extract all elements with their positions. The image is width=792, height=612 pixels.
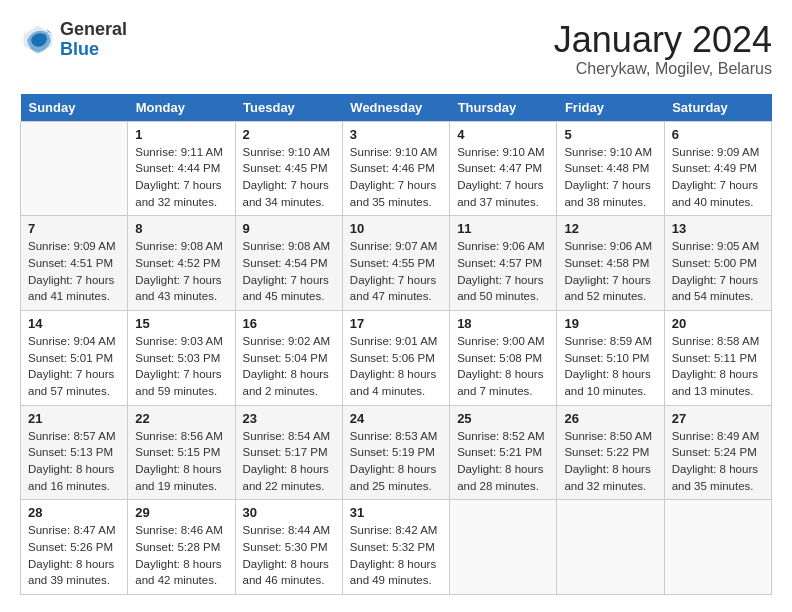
column-header-wednesday: Wednesday bbox=[342, 94, 449, 122]
day-info: Sunrise: 9:11 AM Sunset: 4:44 PM Dayligh… bbox=[135, 144, 227, 211]
day-cell: 15Sunrise: 9:03 AM Sunset: 5:03 PM Dayli… bbox=[128, 310, 235, 405]
day-info: Sunrise: 8:42 AM Sunset: 5:32 PM Dayligh… bbox=[350, 522, 442, 589]
day-cell: 28Sunrise: 8:47 AM Sunset: 5:26 PM Dayli… bbox=[21, 500, 128, 595]
week-row-4: 21Sunrise: 8:57 AM Sunset: 5:13 PM Dayli… bbox=[21, 405, 772, 500]
day-info: Sunrise: 9:06 AM Sunset: 4:58 PM Dayligh… bbox=[564, 238, 656, 305]
day-number: 28 bbox=[28, 505, 120, 520]
day-number: 18 bbox=[457, 316, 549, 331]
day-info: Sunrise: 9:02 AM Sunset: 5:04 PM Dayligh… bbox=[243, 333, 335, 400]
day-cell: 2Sunrise: 9:10 AM Sunset: 4:45 PM Daylig… bbox=[235, 121, 342, 216]
day-info: Sunrise: 9:08 AM Sunset: 4:54 PM Dayligh… bbox=[243, 238, 335, 305]
column-header-saturday: Saturday bbox=[664, 94, 771, 122]
column-header-friday: Friday bbox=[557, 94, 664, 122]
day-cell: 3Sunrise: 9:10 AM Sunset: 4:46 PM Daylig… bbox=[342, 121, 449, 216]
day-info: Sunrise: 8:57 AM Sunset: 5:13 PM Dayligh… bbox=[28, 428, 120, 495]
day-cell: 23Sunrise: 8:54 AM Sunset: 5:17 PM Dayli… bbox=[235, 405, 342, 500]
column-header-sunday: Sunday bbox=[21, 94, 128, 122]
day-info: Sunrise: 9:10 AM Sunset: 4:48 PM Dayligh… bbox=[564, 144, 656, 211]
day-number: 25 bbox=[457, 411, 549, 426]
day-cell: 30Sunrise: 8:44 AM Sunset: 5:30 PM Dayli… bbox=[235, 500, 342, 595]
week-row-3: 14Sunrise: 9:04 AM Sunset: 5:01 PM Dayli… bbox=[21, 310, 772, 405]
day-number: 29 bbox=[135, 505, 227, 520]
day-cell: 25Sunrise: 8:52 AM Sunset: 5:21 PM Dayli… bbox=[450, 405, 557, 500]
day-number: 20 bbox=[672, 316, 764, 331]
day-cell bbox=[664, 500, 771, 595]
day-cell: 1Sunrise: 9:11 AM Sunset: 4:44 PM Daylig… bbox=[128, 121, 235, 216]
day-cell: 5Sunrise: 9:10 AM Sunset: 4:48 PM Daylig… bbox=[557, 121, 664, 216]
day-number: 14 bbox=[28, 316, 120, 331]
day-number: 3 bbox=[350, 127, 442, 142]
week-row-2: 7Sunrise: 9:09 AM Sunset: 4:51 PM Daylig… bbox=[21, 216, 772, 311]
logo-text: General Blue bbox=[60, 20, 127, 60]
day-info: Sunrise: 8:53 AM Sunset: 5:19 PM Dayligh… bbox=[350, 428, 442, 495]
day-info: Sunrise: 9:04 AM Sunset: 5:01 PM Dayligh… bbox=[28, 333, 120, 400]
day-number: 4 bbox=[457, 127, 549, 142]
day-info: Sunrise: 9:05 AM Sunset: 5:00 PM Dayligh… bbox=[672, 238, 764, 305]
day-cell: 7Sunrise: 9:09 AM Sunset: 4:51 PM Daylig… bbox=[21, 216, 128, 311]
day-info: Sunrise: 9:01 AM Sunset: 5:06 PM Dayligh… bbox=[350, 333, 442, 400]
logo: General Blue bbox=[20, 20, 127, 60]
day-cell: 19Sunrise: 8:59 AM Sunset: 5:10 PM Dayli… bbox=[557, 310, 664, 405]
day-info: Sunrise: 8:54 AM Sunset: 5:17 PM Dayligh… bbox=[243, 428, 335, 495]
day-number: 7 bbox=[28, 221, 120, 236]
day-number: 12 bbox=[564, 221, 656, 236]
day-info: Sunrise: 8:56 AM Sunset: 5:15 PM Dayligh… bbox=[135, 428, 227, 495]
day-info: Sunrise: 9:10 AM Sunset: 4:47 PM Dayligh… bbox=[457, 144, 549, 211]
title-block: January 2024 Cherykaw, Mogilev, Belarus bbox=[554, 20, 772, 78]
day-info: Sunrise: 9:10 AM Sunset: 4:45 PM Dayligh… bbox=[243, 144, 335, 211]
column-header-tuesday: Tuesday bbox=[235, 94, 342, 122]
day-info: Sunrise: 8:59 AM Sunset: 5:10 PM Dayligh… bbox=[564, 333, 656, 400]
day-cell: 6Sunrise: 9:09 AM Sunset: 4:49 PM Daylig… bbox=[664, 121, 771, 216]
day-number: 1 bbox=[135, 127, 227, 142]
header-row: SundayMondayTuesdayWednesdayThursdayFrid… bbox=[21, 94, 772, 122]
day-cell: 16Sunrise: 9:02 AM Sunset: 5:04 PM Dayli… bbox=[235, 310, 342, 405]
day-cell bbox=[557, 500, 664, 595]
day-cell: 29Sunrise: 8:46 AM Sunset: 5:28 PM Dayli… bbox=[128, 500, 235, 595]
day-cell: 8Sunrise: 9:08 AM Sunset: 4:52 PM Daylig… bbox=[128, 216, 235, 311]
day-number: 5 bbox=[564, 127, 656, 142]
logo-blue-text: Blue bbox=[60, 40, 127, 60]
day-number: 26 bbox=[564, 411, 656, 426]
logo-general-text: General bbox=[60, 20, 127, 40]
day-cell: 9Sunrise: 9:08 AM Sunset: 4:54 PM Daylig… bbox=[235, 216, 342, 311]
day-cell: 4Sunrise: 9:10 AM Sunset: 4:47 PM Daylig… bbox=[450, 121, 557, 216]
day-info: Sunrise: 9:00 AM Sunset: 5:08 PM Dayligh… bbox=[457, 333, 549, 400]
week-row-5: 28Sunrise: 8:47 AM Sunset: 5:26 PM Dayli… bbox=[21, 500, 772, 595]
calendar-subtitle: Cherykaw, Mogilev, Belarus bbox=[554, 60, 772, 78]
day-info: Sunrise: 8:46 AM Sunset: 5:28 PM Dayligh… bbox=[135, 522, 227, 589]
day-number: 11 bbox=[457, 221, 549, 236]
day-cell: 21Sunrise: 8:57 AM Sunset: 5:13 PM Dayli… bbox=[21, 405, 128, 500]
day-cell: 27Sunrise: 8:49 AM Sunset: 5:24 PM Dayli… bbox=[664, 405, 771, 500]
day-info: Sunrise: 9:06 AM Sunset: 4:57 PM Dayligh… bbox=[457, 238, 549, 305]
day-number: 31 bbox=[350, 505, 442, 520]
day-cell bbox=[450, 500, 557, 595]
day-number: 13 bbox=[672, 221, 764, 236]
column-header-monday: Monday bbox=[128, 94, 235, 122]
day-number: 23 bbox=[243, 411, 335, 426]
day-cell: 11Sunrise: 9:06 AM Sunset: 4:57 PM Dayli… bbox=[450, 216, 557, 311]
day-info: Sunrise: 8:44 AM Sunset: 5:30 PM Dayligh… bbox=[243, 522, 335, 589]
day-cell: 14Sunrise: 9:04 AM Sunset: 5:01 PM Dayli… bbox=[21, 310, 128, 405]
day-cell: 24Sunrise: 8:53 AM Sunset: 5:19 PM Dayli… bbox=[342, 405, 449, 500]
day-info: Sunrise: 8:58 AM Sunset: 5:11 PM Dayligh… bbox=[672, 333, 764, 400]
day-info: Sunrise: 8:47 AM Sunset: 5:26 PM Dayligh… bbox=[28, 522, 120, 589]
day-info: Sunrise: 9:09 AM Sunset: 4:51 PM Dayligh… bbox=[28, 238, 120, 305]
page-header: General Blue January 2024 Cherykaw, Mogi… bbox=[20, 20, 772, 78]
day-cell: 12Sunrise: 9:06 AM Sunset: 4:58 PM Dayli… bbox=[557, 216, 664, 311]
day-cell: 26Sunrise: 8:50 AM Sunset: 5:22 PM Dayli… bbox=[557, 405, 664, 500]
day-cell: 17Sunrise: 9:01 AM Sunset: 5:06 PM Dayli… bbox=[342, 310, 449, 405]
column-header-thursday: Thursday bbox=[450, 94, 557, 122]
day-cell: 10Sunrise: 9:07 AM Sunset: 4:55 PM Dayli… bbox=[342, 216, 449, 311]
day-number: 9 bbox=[243, 221, 335, 236]
day-number: 2 bbox=[243, 127, 335, 142]
calendar-title: January 2024 bbox=[554, 20, 772, 60]
week-row-1: 1Sunrise: 9:11 AM Sunset: 4:44 PM Daylig… bbox=[21, 121, 772, 216]
calendar-table: SundayMondayTuesdayWednesdayThursdayFrid… bbox=[20, 94, 772, 595]
day-info: Sunrise: 9:10 AM Sunset: 4:46 PM Dayligh… bbox=[350, 144, 442, 211]
day-number: 8 bbox=[135, 221, 227, 236]
day-number: 21 bbox=[28, 411, 120, 426]
day-cell: 22Sunrise: 8:56 AM Sunset: 5:15 PM Dayli… bbox=[128, 405, 235, 500]
day-number: 6 bbox=[672, 127, 764, 142]
day-number: 24 bbox=[350, 411, 442, 426]
day-number: 10 bbox=[350, 221, 442, 236]
